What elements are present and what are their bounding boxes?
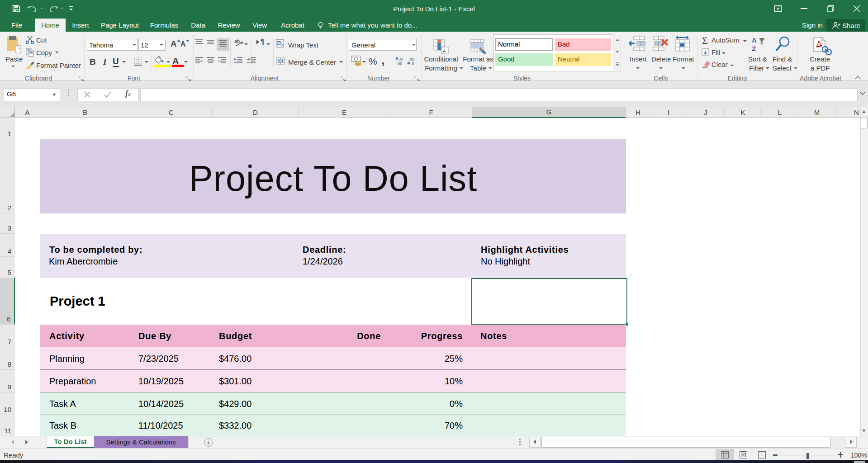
svg-text:ab: ab bbox=[234, 39, 240, 44]
svg-text:≠: ≠ bbox=[443, 47, 446, 54]
svg-text:.0: .0 bbox=[411, 61, 414, 66]
svg-text:A: A bbox=[752, 36, 757, 44]
svg-text:.00: .00 bbox=[396, 61, 402, 66]
svg-text:Z: Z bbox=[752, 45, 756, 52]
